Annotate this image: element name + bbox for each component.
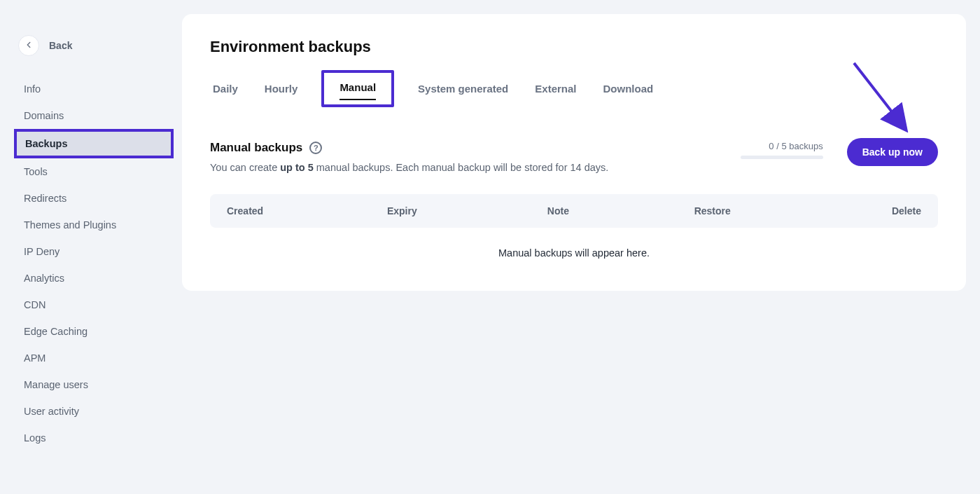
tabs-row: Daily Hourly Manual System generated Ext… (210, 70, 938, 107)
table-col-created: Created (227, 205, 387, 217)
content-card: Environment backups Daily Hourly Manual … (182, 14, 966, 291)
sidebar-item-logs[interactable]: Logs (14, 425, 174, 451)
section-header: Manual backups ? You can create up to 5 … (210, 141, 938, 173)
tab-external[interactable]: External (532, 76, 579, 102)
sidebar-item-info[interactable]: Info (14, 76, 174, 102)
sidebar-item-tools[interactable]: Tools (14, 158, 174, 185)
tab-download[interactable]: Download (601, 76, 657, 102)
backups-table: Created Expiry Note Restore Delete Manua… (210, 194, 938, 263)
table-col-note: Note (547, 205, 694, 217)
back-row: Back (18, 35, 174, 56)
sidebar-item-themes-and-plugins[interactable]: Themes and Plugins (14, 212, 174, 238)
sidebar-item-label: APM (24, 352, 46, 364)
section-description: You can create up to 5 manual backups. E… (210, 162, 608, 173)
sidebar-item-apm[interactable]: APM (14, 345, 174, 371)
sidebar-item-label: Logs (24, 432, 46, 444)
backup-count-block: 0 / 5 backups (741, 141, 823, 159)
table-col-expiry: Expiry (387, 205, 547, 217)
sidebar-item-manage-users[interactable]: Manage users (14, 371, 174, 398)
sidebar-item-redirects[interactable]: Redirects (14, 185, 174, 212)
sidebar-item-label: Info (24, 83, 41, 95)
sidebar-item-label: Tools (24, 166, 48, 177)
table-col-restore: Restore (694, 205, 841, 217)
arrow-left-icon (24, 40, 34, 52)
backup-usage-bar (741, 156, 823, 159)
section-right-wrap: 0 / 5 backups Back up now (741, 141, 938, 166)
back-label: Back (49, 40, 72, 51)
sidebar-item-label: CDN (24, 299, 46, 310)
sidebar-item-analytics[interactable]: Analytics (14, 265, 174, 291)
question-circle-icon[interactable]: ? (309, 142, 322, 154)
section-desc-suffix: manual backups. Each manual backup will … (314, 162, 609, 173)
back-button[interactable] (18, 35, 39, 56)
sidebar-item-ip-deny[interactable]: IP Deny (14, 238, 174, 265)
backup-count-text: 0 / 5 backups (769, 141, 822, 151)
sidebar-item-label: Themes and Plugins (24, 219, 116, 231)
sidebar-item-cdn[interactable]: CDN (14, 291, 174, 318)
sidebar-item-label: IP Deny (24, 246, 59, 257)
tab-manual[interactable]: Manual (340, 81, 376, 93)
sidebar-item-label: Edge Caching (24, 326, 88, 337)
sidebar-item-domains[interactable]: Domains (14, 102, 174, 129)
tab-system-generated[interactable]: System generated (415, 76, 511, 102)
sidebar-item-label: User activity (24, 406, 79, 417)
sidebar: Back Info Domains Backups Tools Redirect… (0, 0, 182, 494)
table-header-row: Created Expiry Note Restore Delete (210, 194, 938, 228)
section-desc-prefix: You can create (210, 162, 280, 173)
sidebar-item-backups[interactable]: Backups (14, 129, 174, 158)
table-col-delete: Delete (841, 205, 921, 217)
sidebar-item-label: Backups (25, 138, 67, 149)
tab-hourly[interactable]: Hourly (262, 76, 301, 102)
page-title: Environment backups (210, 38, 938, 56)
sidebar-item-label: Domains (24, 110, 64, 121)
table-empty-state: Manual backups will appear here. (210, 228, 938, 263)
sidebar-item-label: Redirects (24, 193, 66, 204)
section-left: Manual backups ? You can create up to 5 … (210, 141, 608, 173)
sidebar-item-label: Manage users (24, 379, 88, 390)
sidebar-item-user-activity[interactable]: User activity (14, 398, 174, 425)
main: Environment backups Daily Hourly Manual … (182, 0, 980, 494)
app-root: Back Info Domains Backups Tools Redirect… (0, 0, 980, 494)
tab-daily[interactable]: Daily (210, 76, 241, 102)
sidebar-item-edge-caching[interactable]: Edge Caching (14, 318, 174, 345)
section-desc-bold: up to 5 (280, 162, 314, 173)
sidebar-item-label: Analytics (24, 273, 64, 284)
sidebar-nav: Info Domains Backups Tools Redirects The… (14, 76, 174, 451)
section-title-row: Manual backups ? (210, 141, 608, 155)
section-title: Manual backups (210, 141, 302, 155)
tab-manual-highlight: Manual (321, 70, 394, 107)
back-up-now-button[interactable]: Back up now (847, 138, 938, 166)
